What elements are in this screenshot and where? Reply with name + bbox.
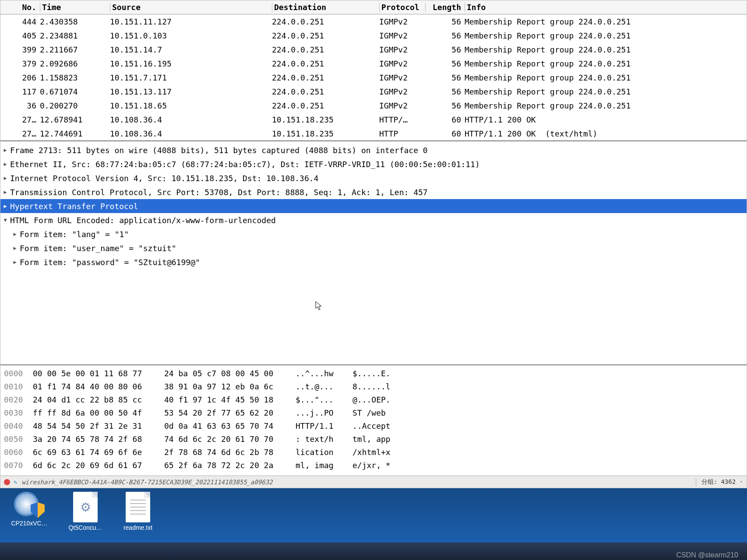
cell-no: 379	[0, 59, 40, 68]
hex-bytes: 6c 69 63 61 74 69 6f 6e	[33, 446, 164, 459]
cell-no: 117	[0, 87, 40, 96]
col-header-source[interactable]: Source	[110, 3, 272, 12]
tree-tcp[interactable]: ▶ Transmission Control Protocol, Src Por…	[0, 185, 747, 199]
hex-ascii: tml, app	[352, 433, 409, 446]
expand-icon[interactable]: ▶	[10, 245, 20, 251]
col-header-no[interactable]: No.	[0, 3, 40, 12]
tree-form-item[interactable]: ▶ Form item: "password" = "SZtuit@6199@"	[0, 255, 747, 269]
collapse-icon[interactable]: ▼	[0, 217, 10, 223]
hex-offset: 0040	[4, 420, 33, 433]
col-header-proto[interactable]: Protocol	[379, 3, 425, 12]
cell-time: 2.430358	[40, 17, 110, 26]
cell-time: 0.671074	[40, 87, 110, 96]
cell-length: 56	[425, 45, 465, 54]
expand-icon[interactable]: ▶	[10, 259, 20, 265]
packet-row[interactable]: 27…12.67894110.108.36.410.151.18.235HTTP…	[0, 112, 747, 126]
tree-form-item[interactable]: ▶ Form item: "lang" = "1"	[0, 227, 747, 241]
tree-form1-text: Form item: "lang" = "1"	[20, 230, 129, 239]
desktop-icon-qt5[interactable]: Qt5Concu…	[61, 492, 109, 531]
col-header-info[interactable]: Info	[465, 3, 743, 12]
cell-length: 60	[425, 115, 465, 124]
hex-row[interactable]: 002024 04 d1 cc 22 b8 85 cc40 f1 97 1c 4…	[4, 393, 743, 406]
cell-source: 10.151.11.127	[110, 17, 272, 26]
hex-row[interactable]: 00606c 69 63 61 74 69 6f 6e2f 78 68 74 6…	[4, 446, 743, 459]
expert-info-icon[interactable]: ✎	[14, 479, 17, 486]
packet-row[interactable]: 2061.15882310.151.7.171224.0.0.251IGMPv2…	[0, 70, 747, 84]
capture-recording-icon[interactable]	[4, 479, 10, 485]
tree-ethernet[interactable]: ▶ Ethernet II, Src: 68:77:24:ba:05:c7 (6…	[0, 157, 747, 171]
cell-time: 2.234881	[40, 31, 110, 40]
tree-http[interactable]: ▶ Hypertext Transfer Protocol	[0, 199, 747, 213]
hex-offset: 0050	[4, 433, 33, 446]
hex-ascii: ST /web	[352, 406, 409, 420]
cell-proto: IGMPv2	[379, 87, 425, 96]
cell-dest: 224.0.0.251	[272, 45, 379, 54]
tree-ip-text: Internet Protocol Version 4, Src: 10.151…	[10, 174, 318, 183]
cell-time: 2.092686	[40, 59, 110, 68]
tree-formhdr-text: HTML Form URL Encoded: application/x-www…	[10, 216, 276, 225]
hex-bytes: 3a 20 74 65 78 74 2f 68	[33, 433, 164, 446]
cell-info: Membership Report group 224.0.0.251	[465, 87, 743, 96]
hex-bytes: 2f 78 68 74 6d 6c 2b 78	[164, 446, 296, 459]
cell-dest: 224.0.0.251	[272, 73, 379, 82]
cell-dest: 10.151.18.235	[272, 115, 379, 124]
hex-offset: 0030	[4, 406, 33, 420]
hex-bytes: 6d 6c 2c 20 69 6d 61 67	[33, 459, 164, 472]
expand-icon[interactable]: ▶	[0, 161, 10, 167]
tree-form-item[interactable]: ▶ Form item: "user_name" = "sztuit"	[0, 241, 747, 255]
packet-row[interactable]: 1170.67107410.151.13.117224.0.0.251IGMPv…	[0, 84, 747, 98]
desktop-icon-driver[interactable]: CP210xVC…	[5, 492, 53, 527]
hex-row[interactable]: 0030ff ff 8d 6a 00 00 50 4f53 54 20 2f 7…	[4, 406, 743, 420]
desktop-icon-readme[interactable]: readme.txt	[114, 492, 162, 531]
hex-ascii: HTTP/1.1	[296, 420, 352, 433]
cell-proto: HTTP/…	[379, 115, 425, 124]
cell-info: Membership Report group 224.0.0.251	[465, 31, 743, 40]
tree-frame[interactable]: ▶ Frame 2713: 511 bytes on wire (4088 bi…	[0, 143, 747, 157]
expand-icon[interactable]: ▶	[0, 189, 10, 195]
col-header-time[interactable]: Time	[40, 3, 110, 12]
tree-form-header[interactable]: ▼ HTML Form URL Encoded: application/x-w…	[0, 213, 747, 227]
hex-row[interactable]: 004048 54 54 50 2f 31 2e 310d 0a 41 63 6…	[4, 420, 743, 433]
hex-row[interactable]: 00706d 6c 2c 20 69 6d 61 6765 2f 6a 78 7…	[4, 459, 743, 472]
hex-row[interactable]: 00503a 20 74 65 78 74 2f 6874 6d 6c 2c 2…	[4, 433, 743, 446]
tree-frame-text: Frame 2713: 511 bytes on wire (4088 bits…	[10, 146, 428, 155]
packet-row[interactable]: 3792.09268610.151.16.195224.0.0.251IGMPv…	[0, 56, 747, 70]
cell-length: 56	[425, 73, 465, 82]
col-header-dest[interactable]: Destination	[272, 3, 379, 12]
cell-no: 444	[0, 17, 40, 26]
cell-length: 56	[425, 87, 465, 96]
hex-ascii: ..Accept	[352, 420, 409, 433]
hex-row[interactable]: 000000 00 5e 00 01 11 68 7724 ba 05 c7 0…	[4, 367, 743, 380]
expand-icon[interactable]: ▶	[10, 231, 20, 237]
packet-details-pane[interactable]: ▶ Frame 2713: 511 bytes on wire (4088 bi…	[0, 141, 747, 365]
packet-row[interactable]: 4052.23488110.151.0.103224.0.0.251IGMPv2…	[0, 28, 747, 42]
cell-no: 206	[0, 73, 40, 82]
expand-icon[interactable]: ▶	[0, 147, 10, 153]
col-header-length[interactable]: Length	[425, 3, 465, 12]
cell-time: 0.200270	[40, 101, 110, 110]
hex-row[interactable]: 001001 f1 74 84 40 00 80 0638 91 0a 97 1…	[4, 380, 743, 393]
packet-row[interactable]: 27…12.74469110.108.36.410.151.18.235HTTP…	[0, 126, 747, 140]
packet-list-header[interactable]: No. Time Source Destination Protocol Len…	[0, 0, 747, 14]
expand-icon[interactable]: ▶	[0, 203, 10, 209]
hex-ascii: 8......l	[352, 380, 409, 393]
taskbar[interactable]	[0, 542, 747, 560]
driver-disc-icon	[14, 492, 45, 518]
status-file-name: wireshark_4F6EBBCD-A41A-4B9C-B267-7215EC…	[21, 479, 272, 486]
packet-row[interactable]: 3992.21166710.151.14.7224.0.0.251IGMPv25…	[0, 42, 747, 56]
cell-dest: 224.0.0.251	[272, 17, 379, 26]
packet-bytes-pane[interactable]: 000000 00 5e 00 01 11 68 7724 ba 05 c7 0…	[0, 365, 747, 476]
packet-list-pane[interactable]: No. Time Source Destination Protocol Len…	[0, 0, 747, 141]
hex-bytes: 24 ba 05 c7 08 00 45 00	[164, 367, 296, 380]
packet-row[interactable]: 360.20027010.151.18.65224.0.0.251IGMPv25…	[0, 98, 747, 112]
cell-source: 10.151.0.103	[110, 31, 272, 40]
hex-offset: 0020	[4, 393, 33, 406]
tree-form2-text: Form item: "user_name" = "sztuit"	[20, 244, 176, 253]
packet-row[interactable]: 4442.43035810.151.11.127224.0.0.251IGMPv…	[0, 14, 747, 28]
expand-icon[interactable]: ▶	[0, 175, 10, 181]
cell-dest: 224.0.0.251	[272, 87, 379, 96]
tree-eth-text: Ethernet II, Src: 68:77:24:ba:05:c7 (68:…	[10, 160, 480, 169]
hex-bytes: 40 f1 97 1c 4f 45 50 18	[164, 393, 296, 406]
tree-ip[interactable]: ▶ Internet Protocol Version 4, Src: 10.1…	[0, 171, 747, 185]
cell-no: 405	[0, 31, 40, 40]
